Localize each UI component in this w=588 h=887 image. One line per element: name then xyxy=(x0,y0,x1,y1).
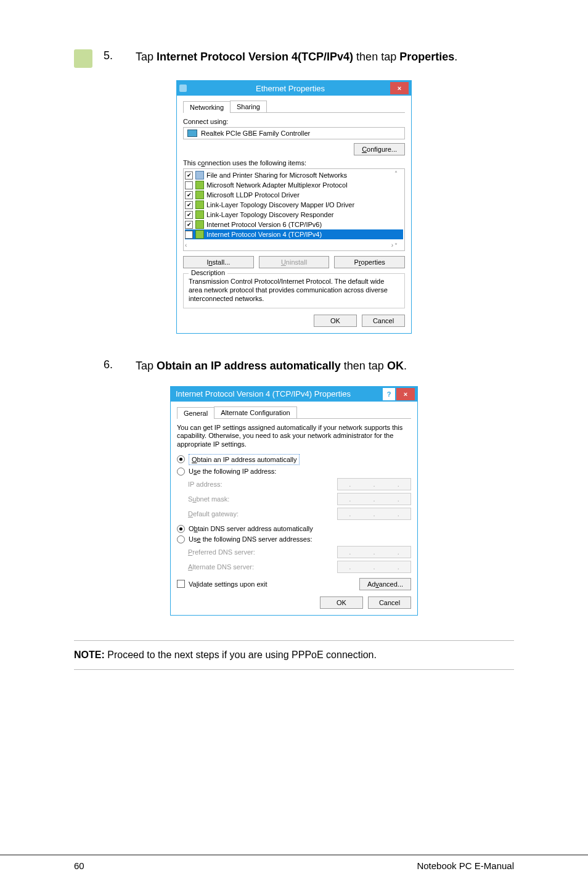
description-label: Description xyxy=(189,269,227,276)
close-button[interactable]: × xyxy=(390,82,409,94)
description-text: Transmission Control Protocol/Internet P… xyxy=(189,278,399,303)
page-number: 60 xyxy=(74,860,84,871)
protocol-icon xyxy=(195,191,204,199)
checkbox-icon[interactable] xyxy=(185,191,193,199)
ip-address-label: IP address: xyxy=(188,481,332,488)
tab-sharing[interactable]: Sharing xyxy=(230,101,267,112)
radio-use-ip[interactable]: Use the following IP address: xyxy=(177,468,411,476)
list-item[interactable]: Internet Protocol Version 6 (TCP/IPv6) xyxy=(185,220,403,229)
advanced-button[interactable]: Advanced... xyxy=(359,578,411,590)
alt-dns-field: ... xyxy=(337,561,411,573)
checkbox-icon[interactable] xyxy=(185,231,193,239)
radio-icon[interactable] xyxy=(177,525,185,533)
protocol-icon xyxy=(195,220,204,229)
checkbox-icon[interactable] xyxy=(185,181,193,189)
tab-general[interactable]: General xyxy=(177,407,214,419)
doc-title: Notebook PC E-Manual xyxy=(417,860,514,871)
list-item[interactable]: Microsoft LLDP Protocol Driver xyxy=(185,190,403,200)
service-icon xyxy=(195,171,204,179)
list-item[interactable]: File and Printer Sharing for Microsoft N… xyxy=(185,170,403,180)
step-marker xyxy=(74,49,92,68)
ethernet-properties-dialog: Ethernet Properties × Networking Sharing… xyxy=(176,80,412,334)
tab-alternate[interactable]: Alternate Configuration xyxy=(214,406,297,418)
pref-dns-label: Preferred DNS server: xyxy=(188,548,332,556)
step-number-5: 5. xyxy=(104,49,117,68)
hscrollbar[interactable]: ‹› xyxy=(185,242,393,249)
properties-button[interactable]: Properties xyxy=(334,256,405,268)
tab-networking[interactable]: Networking xyxy=(183,101,231,113)
scroll-down-icon[interactable]: ˅ xyxy=(394,242,403,249)
uninstall-button: Uninstall xyxy=(259,256,330,268)
checkbox-icon[interactable] xyxy=(177,580,185,588)
protocol-icon xyxy=(195,200,204,209)
ok-button[interactable]: OK xyxy=(320,596,363,609)
radio-icon[interactable] xyxy=(177,455,185,463)
scroll-up-icon[interactable]: ˄ xyxy=(394,170,403,177)
list-item[interactable]: Link-Layer Topology Discovery Responder xyxy=(185,210,403,220)
pref-dns-field: ... xyxy=(337,546,411,558)
list-item[interactable]: Link-Layer Topology Discovery Mapper I/O… xyxy=(185,200,403,210)
checkbox-icon[interactable] xyxy=(185,211,193,219)
note-block: NOTE: Proceed to the next steps if you a… xyxy=(74,640,514,670)
radio-icon[interactable] xyxy=(177,468,185,476)
alt-dns-label: Alternate DNS server: xyxy=(188,563,332,571)
validate-checkbox[interactable]: Validate settings upon exit xyxy=(177,580,267,588)
protocol-icon xyxy=(195,181,204,189)
checkbox-icon[interactable] xyxy=(185,221,193,229)
configure-button[interactable]: Configure... xyxy=(354,143,405,155)
adapter-field[interactable]: Realtek PCIe GBE Family Controller xyxy=(183,127,405,139)
intro-text: You can get IP settings assigned automat… xyxy=(177,424,411,449)
checkbox-icon[interactable] xyxy=(185,171,193,179)
scrollbar[interactable]: ˄˅ xyxy=(394,170,403,249)
adapter-name: Realtek PCIe GBE Family Controller xyxy=(201,130,310,137)
ipv4-properties-dialog: Internet Protocol Version 4 (TCP/IPv4) P… xyxy=(170,386,418,616)
gateway-label: Default gateway: xyxy=(188,510,332,518)
window-icon xyxy=(179,85,187,92)
cancel-button[interactable]: Cancel xyxy=(362,315,405,327)
connection-items-list[interactable]: File and Printer Sharing for Microsoft N… xyxy=(183,168,405,251)
adapter-icon xyxy=(187,130,197,137)
protocol-icon xyxy=(195,210,204,219)
ok-button[interactable]: OK xyxy=(314,315,357,327)
connect-using-label: Connect using: xyxy=(183,118,405,125)
radio-icon[interactable] xyxy=(177,535,185,543)
step-number-6: 6. xyxy=(104,358,117,373)
gateway-field: ... xyxy=(337,508,411,520)
cancel-button[interactable]: Cancel xyxy=(368,596,411,609)
dialog-title: Ethernet Properties xyxy=(190,84,390,93)
install-button[interactable]: Install... xyxy=(183,256,254,268)
list-item-selected[interactable]: Internet Protocol Version 4 (TCP/IPv4) xyxy=(185,229,403,239)
close-button[interactable]: × xyxy=(396,388,415,400)
protocol-icon xyxy=(195,230,204,239)
radio-use-dns[interactable]: Use the following DNS server addresses: xyxy=(177,535,411,543)
subnet-label: Subnet mask: xyxy=(188,495,332,503)
step6-text: Tap Obtain an IP address automatically t… xyxy=(136,358,407,373)
list-item[interactable]: Microsoft Network Adapter Multiplexor Pr… xyxy=(185,180,403,190)
radio-obtain-ip[interactable]: Obtain an IP address automatically xyxy=(177,454,411,465)
checkbox-icon[interactable] xyxy=(185,201,193,209)
radio-obtain-dns[interactable]: Obtain DNS server address automatically xyxy=(177,525,411,533)
items-label: This connection uses the following items… xyxy=(183,159,405,167)
ip-address-field: ... xyxy=(337,478,411,490)
step5-text: Tap Internet Protocol Version 4(TCP/IPv4… xyxy=(136,49,457,68)
help-button[interactable]: ? xyxy=(383,388,395,400)
subnet-field: ... xyxy=(337,493,411,505)
dialog-title: Internet Protocol Version 4 (TCP/IPv4) P… xyxy=(173,389,383,398)
